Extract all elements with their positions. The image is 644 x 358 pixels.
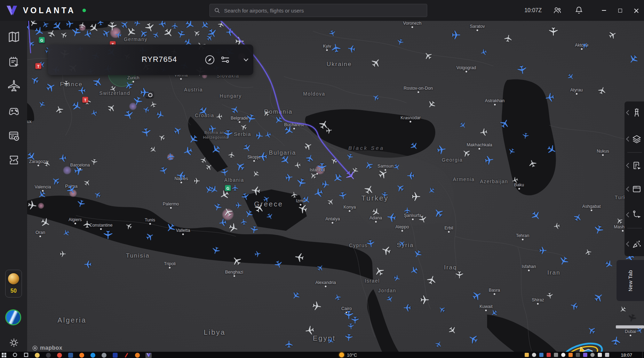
toolbar-item-flight-plan[interactable] [625,156,644,175]
taskbar-app-blue-circle[interactable] [90,353,96,358]
tray-icon-7[interactable] [576,353,580,357]
aircraft-marker[interactable] [516,64,527,75]
aircraft-marker[interactable] [455,271,463,279]
aircraft-marker[interactable] [220,168,229,177]
aircraft-marker[interactable] [223,129,233,139]
aircraft-marker[interactable] [317,162,327,172]
flight-plan-icon[interactable] [632,161,642,170]
flights-nav-icon[interactable] [8,80,20,92]
friends-icon[interactable] [553,6,562,15]
aircraft-marker[interactable] [103,230,113,239]
tray-icon-11[interactable] [605,353,609,357]
aircraft-marker[interactable] [84,260,92,268]
world-map[interactable]: GermanyFranceZurichViennaSlovakiaAustria… [27,21,644,352]
aircraft-marker[interactable] [290,191,298,198]
tray-icon-5[interactable] [561,353,565,357]
aircraft-marker[interactable] [158,21,167,28]
taskbar-search[interactable] [12,353,18,358]
aircraft-marker[interactable] [321,180,330,189]
aircraft-marker[interactable] [226,28,234,36]
aircraft-marker[interactable] [140,88,149,97]
tray-icon-3[interactable] [547,353,551,357]
expand-chevron-icon[interactable] [626,212,630,218]
global-search[interactable] [209,4,427,17]
aircraft-marker[interactable] [407,172,415,180]
simulator-nav-icon[interactable] [8,105,20,117]
aircraft-marker[interactable] [90,158,98,165]
show-desktop-button[interactable] [642,352,644,358]
aircraft-marker[interactable] [338,191,348,200]
taskbar-app-firefox[interactable] [79,353,85,358]
aircraft-marker[interactable] [250,185,261,196]
aircraft-marker[interactable] [436,144,446,155]
atc-badge-g[interactable]: G [225,185,231,191]
aircraft-marker[interactable] [381,191,388,198]
aircraft-marker[interactable] [366,239,375,248]
aircraft-marker[interactable] [344,333,353,342]
toolbar-item-events[interactable] [625,234,644,254]
aircraft-marker[interactable] [386,212,397,222]
notifications-bell-icon[interactable] [574,6,583,15]
aircraft-marker[interactable] [58,154,67,163]
aircraft-marker[interactable] [284,173,294,182]
taskbar-task-view[interactable] [23,353,29,358]
aircraft-marker[interactable] [451,30,461,40]
aircraft-marker[interactable] [258,152,268,161]
aircraft-marker[interactable] [232,185,238,191]
taskbar-app-orange-person[interactable] [134,353,141,358]
coins-badge[interactable]: 50 [5,270,22,298]
aircraft-marker[interactable] [78,87,86,95]
taskbar-app-gray-sphere[interactable] [101,353,107,358]
aircraft-marker[interactable] [294,252,304,262]
tray-icon-0[interactable] [525,353,529,357]
aircraft-marker[interactable] [215,113,223,120]
close-button[interactable] [628,0,644,21]
aircraft-marker[interactable] [133,21,141,27]
new-tab-button[interactable]: New Tab [617,260,644,301]
horizontal-scrollbar[interactable] [616,325,644,328]
aircraft-marker[interactable] [255,131,264,140]
minimize-button[interactable] [596,0,612,21]
aircraft-marker[interactable] [610,335,621,346]
airport-tower-icon[interactable] [632,108,642,117]
taskbar-clock[interactable]: 18:07 [621,352,632,358]
aircraft-marker[interactable] [503,34,513,43]
taskbar-app-blue-square[interactable] [67,353,74,358]
aircraft-marker[interactable] [63,80,70,87]
app-logo[interactable]: VOLANTA [0,5,86,16]
aircraft-marker[interactable] [330,42,341,53]
expand-chevron-icon[interactable] [626,136,630,142]
taskbar-app-dark-sphere[interactable] [45,353,51,358]
aircraft-marker[interactable] [311,300,322,311]
map-attribution[interactable]: mapbox [32,345,62,351]
aircraft-marker[interactable] [553,222,560,230]
aircraft-marker[interactable] [546,292,554,299]
aircraft-marker[interactable] [228,151,235,158]
tray-icon-8[interactable] [583,353,587,357]
user-avatar[interactable] [5,309,21,325]
route-icon[interactable] [632,210,642,220]
aircraft-marker[interactable] [522,132,529,139]
taskbar-app-red-slash[interactable] [123,353,129,358]
search-input[interactable] [223,7,423,14]
maximize-button[interactable] [612,0,628,21]
chevron-down-icon[interactable] [241,54,251,65]
atc-badge-t[interactable]: T [82,97,88,103]
aircraft-marker[interactable] [294,161,301,169]
compass-icon[interactable] [204,54,215,65]
filters-icon[interactable] [220,54,231,65]
tray-icon-2[interactable] [539,353,543,357]
tray-icon-10[interactable] [598,353,602,357]
taskbar-app-yellow[interactable] [34,353,40,358]
aircraft-marker[interactable] [218,218,228,227]
toolbar-item-layers[interactable] [625,129,644,149]
map-nav-icon[interactable] [8,31,20,43]
taskbar-app-browser-red[interactable] [56,353,63,358]
logbook-nav-icon[interactable] [8,56,20,68]
aircraft-marker[interactable] [73,165,84,176]
aircraft-marker[interactable] [549,27,558,36]
layers-icon[interactable] [632,134,642,144]
aircraft-marker[interactable] [344,310,353,319]
aircraft-marker[interactable] [347,44,356,54]
aircraft-marker[interactable] [539,246,547,254]
